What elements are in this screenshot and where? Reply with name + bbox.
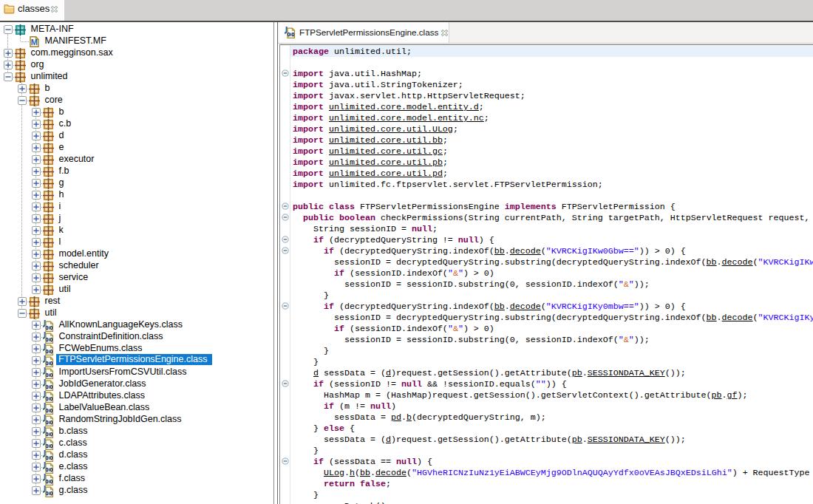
svg-text:M: M [31,38,38,47]
